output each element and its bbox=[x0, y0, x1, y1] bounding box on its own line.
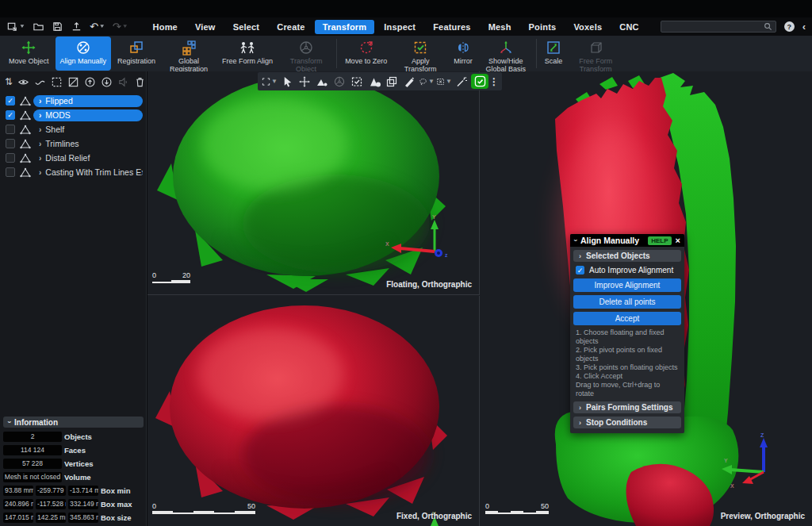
expand-icon[interactable]: › bbox=[39, 111, 41, 120]
visibility-checkbox[interactable] bbox=[6, 139, 15, 148]
tree-item-flipped[interactable]: ✓ ›Flipped bbox=[0, 94, 146, 108]
visibility-button[interactable] bbox=[17, 75, 29, 89]
expand-icon[interactable]: › bbox=[39, 154, 41, 163]
select-rect-button[interactable] bbox=[349, 74, 365, 89]
visibility-checkbox[interactable] bbox=[6, 167, 15, 177]
vertices-value: 57 228 bbox=[3, 459, 62, 469]
expand-icon[interactable]: › bbox=[39, 125, 41, 134]
new-scene-button[interactable]: ▼ bbox=[6, 21, 25, 33]
select-all-button[interactable] bbox=[51, 75, 63, 89]
tab-inspect[interactable]: Inspect bbox=[376, 20, 423, 34]
tree-item-trimlines[interactable]: ›Trimlines bbox=[0, 136, 146, 151]
move-to-zero-icon bbox=[358, 40, 374, 56]
free-form-align-button[interactable]: Free Form Align bbox=[217, 36, 278, 71]
open-button[interactable] bbox=[33, 21, 44, 33]
expand-icon[interactable]: › bbox=[39, 140, 41, 148]
undo-button[interactable]: ↶▼ bbox=[90, 21, 105, 33]
improve-alignment-button[interactable]: Improve Alignment bbox=[573, 278, 681, 292]
redo-button[interactable]: ↷▼ bbox=[113, 21, 128, 33]
delete-button[interactable] bbox=[134, 75, 146, 89]
scale-button[interactable]: Scale bbox=[540, 36, 568, 71]
info-row-volume: Mesh is not closed Volume bbox=[3, 471, 144, 482]
tab-view[interactable]: View bbox=[187, 20, 224, 34]
visibility-checkbox[interactable]: ✓ bbox=[6, 110, 15, 120]
visibility-checkbox[interactable] bbox=[6, 125, 15, 134]
deselect-rect-button[interactable]: ▼ bbox=[436, 74, 452, 89]
tab-points[interactable]: Points bbox=[521, 20, 565, 34]
scale-icon bbox=[546, 40, 561, 56]
global-registration-button[interactable]: Global Registration bbox=[162, 36, 216, 71]
tab-select[interactable]: Select bbox=[225, 20, 268, 34]
lasso-select-button[interactable]: ▼ bbox=[419, 74, 435, 89]
expand-icon[interactable]: › bbox=[39, 97, 41, 106]
align-manually-button[interactable]: Align Manually bbox=[56, 36, 112, 71]
tree-item-shelf[interactable]: ›Shelf bbox=[0, 122, 146, 136]
search-input[interactable] bbox=[665, 21, 764, 32]
tab-cnc[interactable]: CNC bbox=[611, 20, 646, 34]
registration-button[interactable]: Registration bbox=[113, 36, 160, 71]
tree-item-mods[interactable]: ✓ ›MODS bbox=[0, 108, 146, 122]
information-header[interactable]: › Information bbox=[3, 417, 144, 428]
close-icon[interactable]: × bbox=[676, 236, 680, 244]
expand-icon[interactable]: › bbox=[39, 168, 41, 177]
tab-create[interactable]: Create bbox=[269, 20, 312, 34]
viewport-floating[interactable]: Y X z 020 Floating, Orthographic bbox=[147, 71, 480, 295]
more-options-button[interactable]: ⋮ bbox=[490, 74, 498, 89]
tree-item-distal-relief[interactable]: ›Distal Relief bbox=[0, 151, 146, 165]
select-cursor-button[interactable] bbox=[279, 74, 295, 89]
visibility-checkbox[interactable]: ✓ bbox=[6, 96, 15, 106]
transform-object-button[interactable]: Transform Object bbox=[279, 36, 333, 71]
move-to-zero-button[interactable]: Move to Zero bbox=[340, 36, 392, 71]
apply-transform-button[interactable]: Apply Transform bbox=[393, 36, 447, 71]
tab-voxels[interactable]: Voxels bbox=[565, 20, 610, 34]
box-min-z: -13.714 m bbox=[68, 486, 98, 496]
viewport-area[interactable]: Y X z 020 Floating, Orthographic bbox=[147, 71, 812, 526]
curve-mode-button[interactable] bbox=[34, 75, 46, 89]
invert-selection-button[interactable] bbox=[67, 75, 79, 89]
viewport-label: Fixed, Orthographic bbox=[396, 512, 472, 520]
help-badge[interactable]: HELP bbox=[648, 236, 671, 245]
collapse-chevron-icon[interactable]: › bbox=[572, 240, 580, 242]
visibility-checkbox[interactable] bbox=[6, 153, 15, 163]
confirm-selection-button[interactable] bbox=[471, 74, 488, 89]
camera-view-button[interactable] bbox=[314, 74, 330, 89]
save-button[interactable] bbox=[52, 21, 63, 33]
auto-improve-row[interactable]: ✓ Auto Improve Alignment bbox=[573, 265, 681, 275]
sort-button[interactable]: ⇅ bbox=[5, 75, 13, 89]
selected-objects-section[interactable]: › Selected Objects bbox=[573, 250, 681, 262]
viewport-fixed[interactable]: Y X z 050 Fixed, Orthographic bbox=[147, 296, 480, 526]
tab-home[interactable]: Home bbox=[145, 20, 186, 34]
move-object-button[interactable]: Move Object bbox=[4, 36, 54, 71]
fit-view-button[interactable]: ▼ bbox=[262, 74, 278, 89]
dialog-header[interactable]: › Align Manually HELP × bbox=[570, 234, 684, 247]
tab-transform[interactable]: Transform bbox=[315, 20, 375, 34]
brush-select-button[interactable] bbox=[401, 74, 417, 89]
orbit-wheel-button[interactable] bbox=[331, 74, 347, 89]
axis-gizmo: Z Y X bbox=[708, 432, 787, 492]
show-hide-global-basis-button[interactable]: Show/Hide Global Basis bbox=[479, 36, 533, 71]
tab-features[interactable]: Features bbox=[425, 20, 478, 34]
tab-mesh[interactable]: Mesh bbox=[481, 20, 519, 34]
copy-object-button[interactable] bbox=[384, 74, 400, 89]
stop-conditions-section[interactable]: › Stop Conditions bbox=[573, 417, 681, 428]
global-registration-label: Global Registration bbox=[167, 57, 211, 73]
move-up-button[interactable] bbox=[84, 75, 96, 89]
pairs-forming-settings-section[interactable]: › Pairs Forming Settings bbox=[573, 401, 681, 413]
accept-button[interactable]: Accept bbox=[573, 312, 681, 325]
mirror-button[interactable]: Mirror bbox=[449, 36, 477, 71]
tree-item-casting[interactable]: ›Casting With Trim Lines Example_C bbox=[0, 165, 146, 179]
objects-label: Objects bbox=[64, 432, 92, 441]
delete-all-points-button[interactable]: Delete all points bbox=[573, 295, 681, 309]
search-box[interactable] bbox=[661, 21, 776, 33]
pan-move-button[interactable] bbox=[297, 74, 312, 89]
mute-button[interactable] bbox=[117, 75, 129, 89]
free-form-transform-button[interactable]: Free Form Transform bbox=[569, 36, 622, 71]
tree-item-label: Flipped bbox=[45, 96, 72, 106]
collapse-ribbon-button[interactable]: ‹ bbox=[802, 23, 806, 31]
scene-objects-button[interactable] bbox=[366, 74, 382, 89]
auto-improve-checkbox[interactable]: ✓ bbox=[576, 266, 584, 275]
move-down-button[interactable] bbox=[101, 75, 113, 89]
export-button[interactable] bbox=[71, 21, 82, 33]
magic-wand-button[interactable] bbox=[454, 74, 469, 89]
help-button[interactable]: ? bbox=[784, 21, 795, 32]
